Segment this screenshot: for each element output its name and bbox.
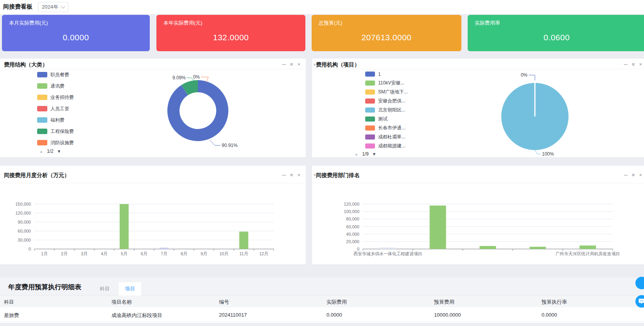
column-header: 预算执行率 (542, 299, 567, 306)
y-axis-tick-label: 20,000 (346, 239, 359, 244)
x-axis-tick-label: 1月 (41, 251, 48, 256)
kpi-value: 207613.0000 (312, 33, 461, 42)
kpi-label: 实际费用率 (475, 20, 500, 27)
year-selector[interactable]: 2024年 (38, 2, 68, 12)
y-axis-tick-label: 120,000 (15, 211, 31, 215)
x-axis-tick-label: 10月 (219, 251, 228, 256)
panel-cost-structure: 费用结构（大类） ─ ≡ × 职员餐费通讯费业务招待费人员工资福利费工程保险费消… (0, 59, 306, 157)
x-axis-tick-label: 6月 (141, 251, 147, 256)
page-title: 间接费看板 (3, 3, 32, 11)
table-cell: 2024110017 (219, 312, 247, 318)
top-header: 间接费看板 2024年 (0, 0, 644, 14)
y-axis-tick-label: 150,000 (15, 202, 31, 206)
y-axis-tick-label: 0 (29, 247, 31, 251)
year-selector-value: 2024年 (42, 4, 58, 11)
y-axis-tick-label: 40,000 (346, 232, 359, 236)
monthly-bar-chart: 030,00060,00090,000120,000150,0001月2月3月4… (0, 166, 306, 264)
cost-org-pie-chart: 0%100% (312, 59, 644, 157)
x-axis-tick-label: 3月 (81, 251, 88, 256)
y-axis-tick-label: 120,000 (344, 202, 359, 206)
panel-monthly-analysis: 间接费用月度分析（万元） ─ ≡ × 030,00060,00090,00012… (0, 166, 306, 264)
y-axis-tick-label: 60,000 (346, 224, 359, 229)
chat-bubble-icon (638, 298, 644, 305)
bar[interactable] (380, 247, 396, 249)
pie-label: 100% (542, 151, 554, 157)
pie-label: 9.09% (172, 75, 186, 81)
table-row[interactable]: 差旅费成渝高铁内江标段项目20241100170.000010000.00000… (0, 307, 644, 322)
kpi-card-month-actual: 本月实际费用(元) 0.0000 (2, 15, 150, 51)
x-axis-tick-label: 5月 (121, 251, 127, 256)
bar[interactable] (480, 246, 496, 249)
tab-project[interactable]: 项目 (118, 282, 142, 296)
x-axis-tick-label: 7月 (161, 251, 167, 256)
table-tab-strip: 年度费用预算执行明细表 科目 项目 (0, 278, 644, 296)
y-axis-tick-label: 90,000 (18, 220, 31, 224)
x-axis-tick-label: 11月 (239, 251, 248, 256)
x-axis-tick-label: 西安市城乡供水一体化工程建设项目 (353, 251, 422, 256)
clipped-close-icon: × (313, 172, 316, 178)
x-axis-tick-label: 2月 (61, 251, 68, 256)
kpi-card-year-actual: 本年实际费用(元) 132.0000 (156, 15, 305, 51)
kpi-card-total-budget: 总预算(元) 207613.0000 (312, 15, 461, 51)
tab-subject[interactable]: 科目 (94, 282, 116, 296)
x-axis-tick-label: 4月 (101, 251, 108, 256)
column-header: 实际费用 (326, 299, 347, 306)
kpi-card-actual-rate: 实际费用率 0.0600 (468, 15, 644, 51)
x-axis-tick-label: 12月 (259, 251, 268, 256)
kpi-label: 总预算(元) (319, 20, 343, 27)
pie-label: 0% (193, 74, 200, 80)
column-header: 编号 (219, 299, 229, 306)
pie-label: 90.91% (222, 143, 238, 148)
table-cell: 成渝高铁内江标段项目 (111, 312, 162, 319)
bar[interactable] (529, 247, 546, 249)
table-cell: 0.0000 (542, 312, 557, 318)
table-title: 年度费用预算执行明细表 (8, 283, 81, 292)
table-cell: 10000.0000 (434, 312, 461, 318)
y-axis-tick-label: 0 (357, 247, 359, 251)
y-axis-tick-label: 30,000 (18, 238, 31, 242)
bar[interactable] (430, 206, 446, 249)
y-axis-tick-label: 100,000 (344, 209, 359, 214)
column-header: 预算费用 (434, 299, 454, 306)
clipped-close-icon: × (313, 62, 316, 68)
kpi-value: 132.0000 (156, 33, 305, 42)
column-header: 项目名称 (111, 299, 132, 306)
bar[interactable] (579, 245, 596, 249)
kpi-value: 0.0000 (2, 33, 150, 42)
y-axis-tick-label: 80,000 (346, 217, 359, 221)
x-axis-tick-label: 8月 (181, 251, 187, 256)
bar[interactable] (120, 204, 129, 249)
bar[interactable] (160, 248, 169, 249)
table-cell: 0.0000 (326, 312, 342, 318)
panel-dept-ranking: 间接费用部门排名 ─ ≡ × 020,00040,00060,00080,000… (312, 166, 644, 264)
kpi-label: 本月实际费用(元) (9, 20, 48, 27)
table-cell: 差旅费 (4, 312, 19, 319)
cost-structure-donut-chart: 90.91%9.09%0% (0, 59, 306, 157)
y-axis-tick-label: 60,000 (18, 229, 31, 233)
budget-detail-table-panel: 年度费用预算执行明细表 科目 项目 科目项目名称编号实际费用预算费用预算执行率 … (0, 278, 644, 323)
kpi-label: 本年实际费用(元) (163, 20, 203, 27)
kpi-value: 0.0600 (468, 33, 644, 42)
pie-label: 0% (521, 72, 528, 78)
column-header: 科目 (4, 299, 14, 306)
dept-ranking-bar-chart: 020,00040,00060,00080,000100,000120,000西… (312, 166, 644, 264)
x-axis-tick-label: 9月 (201, 251, 207, 256)
chevron-down-icon (61, 4, 65, 8)
bar[interactable] (239, 232, 248, 249)
panel-cost-org: 费用机构（项目） ─ ≡ × 1110kV安徽...SM广场地下...安徽合肥供… (312, 59, 644, 157)
x-axis-tick-label: 广州市天河区统计局机房改造项目 (556, 251, 620, 256)
table-header-row: 科目项目名称编号实际费用预算费用预算执行率 (0, 296, 644, 307)
